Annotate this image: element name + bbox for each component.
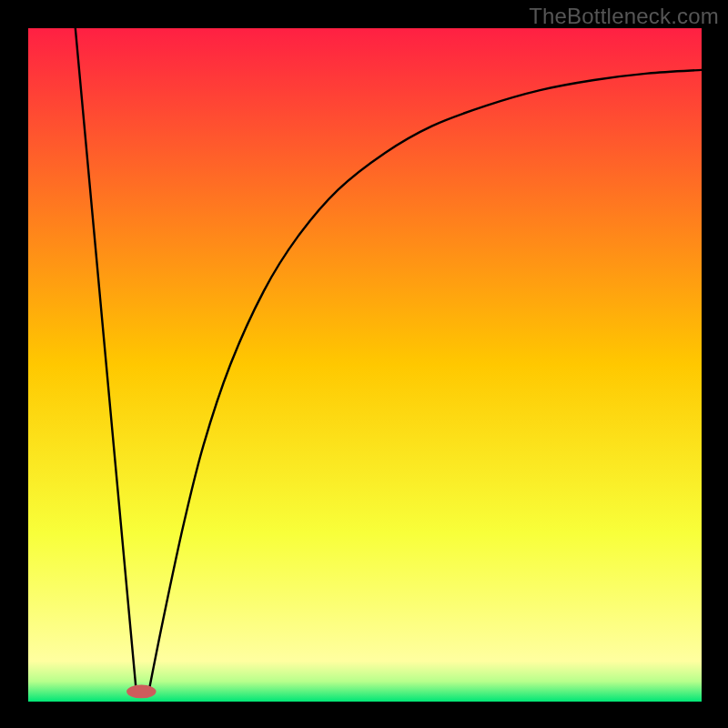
chart-stage: TheBottleneck.com	[0, 0, 728, 728]
minimum-marker	[126, 685, 157, 699]
plot-background	[28, 28, 702, 702]
watermark: TheBottleneck.com	[529, 4, 719, 29]
bottleneck-chart	[0, 0, 728, 728]
